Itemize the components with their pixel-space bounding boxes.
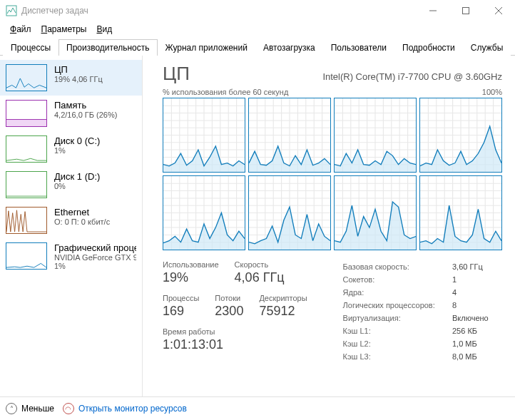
main-header: ЦП Intel(R) Core(TM) i7-7700 CPU @ 3.60G… bbox=[163, 63, 502, 85]
minimize-button[interactable] bbox=[417, 0, 449, 21]
core-chart-7 bbox=[419, 175, 502, 250]
disk1-thumb bbox=[6, 171, 47, 198]
resmon-icon: ◠ bbox=[63, 403, 74, 414]
stats-left: Использование 19% Скорость 4,06 ГГц Проц… bbox=[163, 260, 307, 363]
chart-label-right: 100% bbox=[482, 88, 502, 96]
stat-threads: Потоки 2300 bbox=[215, 294, 243, 319]
stats: Использование 19% Скорость 4,06 ГГц Проц… bbox=[163, 260, 502, 363]
chart-label-left: % использования более 60 секунд bbox=[163, 88, 288, 96]
tab-startup[interactable]: Автозагрузка bbox=[255, 39, 323, 56]
info-l1: Кэш L1:256 КБ bbox=[343, 324, 502, 337]
app-icon bbox=[6, 5, 17, 16]
sidebar: ЦП 19% 4,06 ГГц Память 4,2/16,0 ГБ (26%)… bbox=[0, 56, 143, 396]
info-logical: Логических процессоров:8 bbox=[343, 299, 502, 312]
sidebar-cpu-title: ЦП bbox=[54, 64, 136, 75]
stat-handles: Дескрипторы 75912 bbox=[259, 294, 307, 319]
svg-rect-2 bbox=[463, 8, 469, 14]
svg-marker-121 bbox=[249, 207, 330, 250]
tab-details[interactable]: Подробности bbox=[394, 39, 463, 56]
svg-rect-5 bbox=[6, 120, 46, 126]
info-virtualization: Виртуализация:Включено bbox=[343, 312, 502, 324]
sidebar-disk0-sub: 1% bbox=[54, 146, 136, 155]
menu-options[interactable]: Параметры bbox=[37, 23, 91, 36]
menu-view[interactable]: Вид bbox=[92, 23, 116, 36]
core-chart-5 bbox=[248, 175, 331, 250]
core-chart-6 bbox=[334, 175, 417, 250]
chart-caption: % использования более 60 секунд 100% bbox=[163, 88, 502, 96]
tab-users[interactable]: Пользователи bbox=[323, 39, 394, 56]
cpu-name: Intel(R) Core(TM) i7-7700 CPU @ 3.60GHz bbox=[322, 71, 502, 82]
tabs: Процессы Производительность Журнал прило… bbox=[0, 37, 515, 56]
core-chart-3 bbox=[419, 98, 502, 173]
stats-right: Базовая скорость:3,60 ГГц Сокетов:1 Ядра… bbox=[343, 260, 502, 363]
info-base-speed: Базовая скорость:3,60 ГГц bbox=[343, 260, 502, 273]
core-chart-1 bbox=[248, 98, 331, 173]
sidebar-item-disk1[interactable]: Диск 1 (D:) 0% bbox=[0, 167, 142, 203]
close-button[interactable] bbox=[482, 0, 515, 21]
core-chart-4 bbox=[163, 175, 245, 250]
main-panel: ЦП Intel(R) Core(TM) i7-7700 CPU @ 3.60G… bbox=[143, 56, 515, 396]
content: ЦП 19% 4,06 ГГц Память 4,2/16,0 ГБ (26%)… bbox=[0, 56, 515, 396]
chevron-up-icon: ˄ bbox=[6, 403, 17, 414]
info-l2: Кэш L2:1,0 МБ bbox=[343, 337, 502, 350]
core-chart-2 bbox=[334, 98, 417, 173]
info-l3: Кэш L3:8,0 МБ bbox=[343, 350, 502, 363]
gpu-thumb bbox=[6, 242, 47, 270]
memory-thumb bbox=[6, 100, 47, 127]
cpu-cores-grid[interactable] bbox=[163, 98, 502, 250]
open-resmon-link[interactable]: ◠ Открыть монитор ресурсов bbox=[63, 403, 187, 414]
sidebar-gpu-title: Графический процессор 0 bbox=[54, 242, 136, 253]
stat-uptime: Время работы 1:01:13:01 bbox=[163, 327, 223, 352]
menubar: Файл Параметры Вид bbox=[0, 21, 515, 37]
sidebar-cpu-sub: 19% 4,06 ГГц bbox=[54, 75, 136, 83]
core-chart-0 bbox=[163, 98, 245, 173]
tab-app-history[interactable]: Журнал приложений bbox=[158, 39, 255, 56]
tab-processes[interactable]: Процессы bbox=[3, 39, 58, 56]
sidebar-item-gpu[interactable]: Графический процессор 0 NVIDIA GeForce G… bbox=[0, 238, 142, 275]
sidebar-gpu-sub2: 1% bbox=[54, 262, 136, 270]
stat-utilization: Использование 19% bbox=[163, 260, 219, 285]
info-sockets: Сокетов:1 bbox=[343, 273, 502, 286]
sidebar-item-ethernet[interactable]: Ethernet О: 0 П: 0 кбит/с bbox=[0, 203, 142, 238]
stat-speed: Скорость 4,06 ГГц bbox=[235, 260, 285, 285]
tab-services[interactable]: Службы bbox=[463, 39, 511, 56]
sidebar-ethernet-title: Ethernet bbox=[54, 207, 136, 217]
window-controls bbox=[417, 0, 515, 21]
sidebar-disk1-title: Диск 1 (D:) bbox=[54, 171, 136, 182]
disk0-thumb bbox=[6, 135, 47, 163]
stat-processes: Процессы 169 bbox=[163, 294, 199, 319]
tab-performance[interactable]: Производительность bbox=[58, 39, 157, 56]
menu-file[interactable]: Файл bbox=[6, 23, 36, 36]
footer: ˄ Меньше ◠ Открыть монитор ресурсов bbox=[0, 396, 515, 420]
sidebar-item-cpu[interactable]: ЦП 19% 4,06 ГГц bbox=[0, 60, 142, 96]
sidebar-item-memory[interactable]: Память 4,2/16,0 ГБ (26%) bbox=[0, 96, 142, 131]
sidebar-ethernet-sub: О: 0 П: 0 кбит/с bbox=[54, 217, 136, 226]
sidebar-gpu-sub: NVIDIA GeForce GTX 960 bbox=[54, 253, 136, 262]
info-cores: Ядра:4 bbox=[343, 286, 502, 299]
cpu-thumb bbox=[6, 64, 47, 91]
sidebar-disk0-title: Диск 0 (C:) bbox=[54, 135, 136, 146]
main-heading: ЦП bbox=[163, 63, 190, 85]
window-title: Диспетчер задач bbox=[21, 6, 417, 16]
sidebar-memory-sub: 4,2/16,0 ГБ (26%) bbox=[54, 111, 136, 119]
ethernet-thumb bbox=[6, 207, 47, 234]
sidebar-item-disk0[interactable]: Диск 0 (C:) 1% bbox=[0, 131, 142, 167]
fewer-details-button[interactable]: ˄ Меньше bbox=[6, 403, 54, 414]
titlebar: Диспетчер задач bbox=[0, 0, 515, 21]
sidebar-disk1-sub: 0% bbox=[54, 182, 136, 190]
sidebar-memory-title: Память bbox=[54, 100, 136, 111]
maximize-button[interactable] bbox=[449, 0, 482, 21]
